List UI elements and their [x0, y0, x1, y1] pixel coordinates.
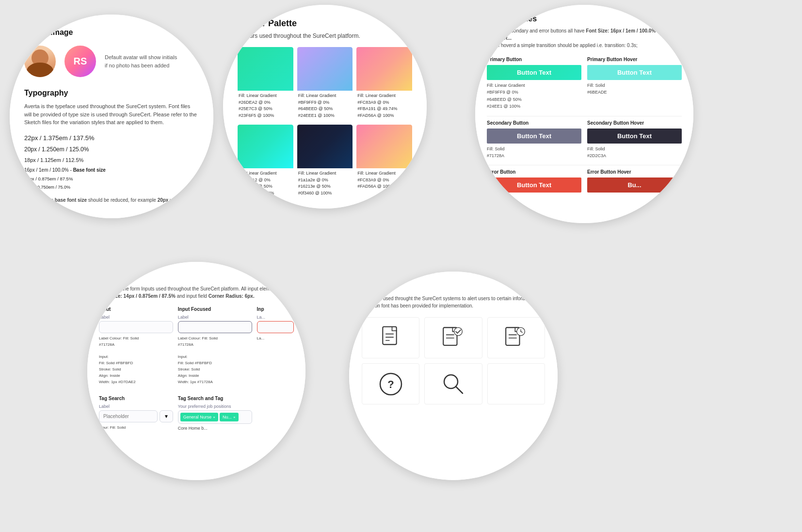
swatch-color-4	[238, 125, 293, 168]
tag-search-and-tag-label: Tag Search and Tag	[178, 396, 252, 401]
form-grid: Input Label Label Colour: Fill: Solid#71…	[99, 306, 294, 385]
svg-rect-0	[383, 326, 396, 344]
document-clock-icon-cell	[487, 317, 545, 358]
tag-search-and-tag-col: Tag Search and Tag Your preferred job po…	[178, 391, 252, 431]
tag-positions-label: Your preferred job positions	[178, 404, 252, 409]
swatch-info-1: Fill: Linear Gradient#26DEA2 @ 0%#25E7C3…	[238, 91, 293, 121]
tag-search-input-row: ▼	[99, 410, 173, 422]
primary-hover-fill-info: Fill: Solid#6BEADE	[587, 82, 682, 96]
typography-title: Typography	[24, 89, 199, 97]
secondary-button[interactable]: Button Text	[487, 129, 581, 144]
type-size-22: 22px / 1.375em / 137.5%	[24, 132, 199, 145]
secondary-hover-button[interactable]: Button Text	[587, 129, 682, 144]
profile-circle: Profile Image RS Default avatar will sho…	[10, 15, 213, 218]
button-styles-intro: Primary, secondary and error buttons all…	[487, 27, 682, 49]
swatch-1: Fill: Linear Gradient#26DEA2 @ 0%#25E7C3…	[238, 47, 293, 121]
button-styles-title: Button Styles	[487, 15, 682, 23]
tag-empty-col	[257, 391, 294, 431]
type-size-16: 16px / 1em / 100.0% - Base font size	[24, 165, 199, 175]
document-check-icon-cell	[424, 317, 482, 358]
svg-line-17	[456, 387, 463, 393]
swatch-color-6	[356, 125, 412, 168]
input-field-label: Label	[99, 315, 173, 320]
document-clock-icon	[504, 326, 528, 350]
tag-search-input[interactable]	[99, 410, 158, 422]
secondary-fill-info: Fill: Solid#71728A	[487, 145, 581, 160]
secondary-button-row: Secondary Button Button Text Fill: Solid…	[487, 120, 682, 160]
input-focused-field-label: Label	[178, 315, 252, 320]
error-hover-label: Error Button Hover	[587, 169, 682, 175]
swatch-4: Fill: Linear Gradient#26DEA2 @ 0%#25E7C3…	[238, 125, 293, 198]
document-icon-cell	[362, 317, 419, 358]
avatar-section: RS Default avatar will show initials if …	[24, 46, 199, 77]
error-hover-button[interactable]: Bu...	[587, 177, 682, 193]
type-size-14: 14px / 0.875em / 87.5%	[24, 175, 199, 183]
swatch-info-5: Fill: Linear Gradient#1a1a2e @ 0%#16213e…	[297, 168, 353, 198]
primary-hover-label: Primary Button Hover	[587, 57, 682, 62]
icons-circle: Icons Icons are used throught the SureCe…	[349, 272, 558, 480]
tag-search-col: Tag Search Label ▼ ...our: Fill: Solid	[99, 391, 173, 431]
input-col: Input Label Label Colour: Fill: Solid#71…	[99, 306, 173, 385]
primary-hover-col: Primary Button Hover Button Text Fill: S…	[587, 57, 682, 96]
swatch-3: Fill: Linear Gradient#FC83A9 @ 0%#FBA191…	[356, 47, 412, 121]
input-error-field-info: La...	[257, 336, 294, 342]
icons-grid: ?	[362, 317, 545, 404]
swatch-color-1	[238, 47, 293, 91]
error-button-row: Error Button Button Text Error Button Ho…	[487, 169, 682, 193]
secondary-hover-col: Secondary Button Hover Button Text Fill:…	[587, 120, 682, 160]
form-input-focused[interactable]	[178, 321, 252, 333]
document-check-icon	[441, 326, 465, 350]
tag-general-nurse: General Nurse ×	[180, 413, 218, 421]
swatch-info-6: Fill: Linear Gradient#FC83A9 @ 0%#FAD56A…	[356, 168, 412, 192]
swatch-5: Fill: Linear Gradient#1a1a2e @ 0%#16213e…	[297, 125, 353, 198]
type-sizes: 22px / 1.375em / 137.5% 20px / 1.250em /…	[24, 132, 199, 192]
tag-nu: Nu... ×	[220, 413, 239, 421]
input-focused-field-info: Label Colour: Fill: Solid#71728A Input:F…	[178, 336, 252, 385]
colour-grid: Fill: Linear Gradient#26DEA2 @ 0%#25E7C3…	[238, 47, 412, 198]
input-error-label: Inp	[257, 306, 294, 312]
document-icon	[379, 326, 403, 350]
primary-button-row: Primary Button Button Text Fill: Linear …	[487, 57, 682, 110]
primary-fill-info: Fill: Linear Gradient#BF9FF9 @ 0%#64BEED…	[487, 82, 581, 110]
colour-circle: Colour Palette Colours used throughout t…	[223, 5, 427, 209]
primary-hover-button[interactable]: Button Text	[587, 65, 682, 80]
avatar-initials: RS	[64, 46, 96, 77]
typography-section: Typography Averta is the typeface used t…	[24, 89, 199, 211]
question-circle-icon: ?	[379, 372, 403, 396]
icons-intro: Icons are used throught the SureCert sys…	[362, 295, 545, 309]
tag-search-label: Tag Search	[99, 396, 173, 401]
type-size-12: 12px / 0.750em / 75.0%	[24, 183, 199, 192]
swatch-info-2: Fill: Linear Gradient#BF9FF9 @ 0%#64BEED…	[297, 91, 353, 121]
avatar-photo	[24, 46, 56, 77]
swatch-2: Fill: Linear Gradient#BF9FF9 @ 0%#64BEED…	[297, 47, 353, 121]
question-icon-cell: ?	[362, 363, 419, 404]
swatch-6: Fill: Linear Gradient#FC83A9 @ 0%#FAD56A…	[356, 125, 412, 198]
search-icon-cell	[424, 363, 482, 404]
svg-text:?: ?	[387, 378, 394, 390]
tag-dropdown-arrow[interactable]: ▼	[160, 410, 173, 422]
forms-title: Forms	[99, 273, 294, 281]
form-input-error[interactable]	[257, 321, 294, 333]
secondary-button-label: Secondary Button	[487, 120, 581, 126]
tag-search-field-label: Label	[99, 404, 173, 409]
input-error-col: Inp La... La...	[257, 306, 294, 385]
input-col-label: Input	[99, 306, 173, 312]
primary-button[interactable]: Button Text	[487, 65, 581, 80]
tag-container: General Nurse × Nu... ×	[178, 410, 252, 424]
input-field-info: Label Colour: Fill: Solid#71728A Input:F…	[99, 336, 173, 385]
avatar-caption: Default avatar will show initials if no …	[105, 53, 177, 69]
icons-title: Icons	[362, 282, 545, 291]
form-input[interactable]	[99, 321, 173, 333]
secondary-hover-fill-info: Fill: Solid#2D2C3A	[587, 145, 682, 160]
error-button-col: Error Button Button Text	[487, 169, 581, 193]
input-focused-col: Input Focused Label Label Colour: Fill: …	[178, 306, 252, 385]
primary-button-col: Primary Button Button Text Fill: Linear …	[487, 57, 581, 110]
tag-core-home: Core Home b...	[178, 426, 252, 431]
type-size-18: 18px / 1.125em / 112.5%	[24, 155, 199, 165]
swatch-info-3: Fill: Linear Gradient#FC83A9 @ 0%#FBA191…	[356, 91, 412, 121]
error-button[interactable]: Button Text	[487, 177, 581, 193]
swatch-color-2	[297, 47, 353, 91]
tag-search-section: Tag Search Label ▼ ...our: Fill: Solid T…	[99, 391, 294, 431]
error-hover-col: Error Button Hover Bu...	[587, 169, 682, 193]
error-button-label: Error Button	[487, 169, 581, 175]
